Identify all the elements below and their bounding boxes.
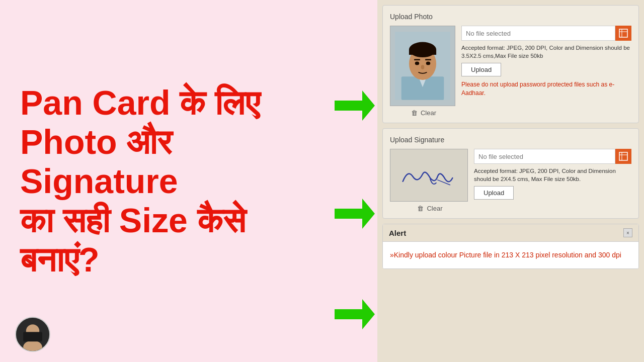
arrow-2 (335, 196, 375, 231)
signature-clear-row: 🗑 Clear (415, 205, 442, 212)
upload-signature-card: Upload Signature 🗑 Clear (382, 128, 639, 219)
photo-file-input-row: No file selected (461, 26, 631, 41)
svg-rect-17 (425, 59, 431, 60)
alert-close-button[interactable]: × (623, 228, 632, 237)
upload-signature-title: Upload Signature (390, 136, 631, 144)
title-line-4: का सही Size कैसे (20, 201, 246, 239)
alert-message: »Kindly upload colour Picture file in 21… (390, 250, 631, 260)
svg-marker-2 (335, 299, 375, 329)
title-line-2: Photo और (20, 123, 172, 161)
photo-clear-label[interactable]: Clear (421, 109, 436, 117)
svg-point-15 (426, 62, 430, 65)
photo-file-text: No file selected (461, 26, 615, 41)
signature-clear-label[interactable]: Clear (427, 205, 442, 212)
svg-point-18 (421, 65, 425, 69)
title-line-3: Signature (20, 162, 178, 200)
alert-header: Alert × (383, 224, 638, 242)
arrow-1 (335, 88, 375, 123)
svg-marker-0 (335, 90, 375, 121)
signature-upload-button[interactable]: Upload (474, 186, 514, 200)
right-panel: Upload Photo (377, 0, 644, 362)
photo-file-browse-button[interactable] (615, 26, 631, 41)
photo-warning-text: Please do not upload password protected … (461, 80, 631, 98)
photo-accepted-text: Accepted format: JPEG, 200 DPI, Color an… (461, 44, 631, 60)
signature-accepted-text: Accepted format: JPEG, 200 DPI, Color an… (474, 167, 631, 183)
svg-rect-19 (619, 29, 627, 37)
signature-file-input-row: No file selected (474, 149, 631, 164)
svg-marker-1 (335, 199, 375, 229)
arrow-3 (335, 297, 375, 332)
svg-rect-23 (619, 152, 627, 160)
svg-point-14 (415, 62, 419, 65)
photo-preview (390, 26, 455, 106)
upload-photo-title: Upload Photo (390, 13, 631, 21)
photo-trash-icon: 🗑 (411, 109, 418, 117)
photo-right-section: No file selected Accepted format: JPEG, … (461, 26, 631, 98)
signature-image (390, 149, 467, 202)
upload-photo-card: Upload Photo (382, 5, 639, 123)
person-photo (395, 28, 450, 104)
left-panel: Pan Card के लिए Photo और Signature का सह… (0, 0, 377, 362)
expand-icon-2 (619, 152, 628, 161)
signature-file-text: No file selected (474, 149, 615, 164)
signature-trash-icon: 🗑 (417, 205, 424, 212)
upload-photo-body: 🗑 Clear No file selected Acce (390, 26, 631, 117)
upload-signature-body: 🗑 Clear No file selected Acce (390, 149, 631, 212)
title-line-5: बनाएं? (20, 240, 100, 279)
avatar (15, 317, 50, 352)
alert-card: Alert × »Kindly upload colour Picture fi… (382, 224, 639, 269)
expand-icon (619, 29, 628, 38)
photo-clear-row: 🗑 Clear (409, 109, 436, 117)
photo-upload-button[interactable]: Upload (461, 63, 501, 76)
alert-body: »Kindly upload colour Picture file in 21… (383, 242, 638, 268)
title-line-1: Pan Card के लिए (20, 83, 260, 122)
signature-file-browse-button[interactable] (615, 149, 631, 164)
main-title: Pan Card के लिए Photo और Signature का सह… (20, 83, 357, 280)
signature-right-section: No file selected Accepted format: JPEG, … (474, 149, 631, 200)
svg-rect-6 (23, 332, 42, 341)
signature-preview (390, 149, 468, 202)
avatar-image (16, 317, 49, 352)
alert-title: Alert (389, 229, 406, 237)
svg-rect-16 (414, 59, 420, 60)
svg-rect-13 (409, 50, 436, 55)
